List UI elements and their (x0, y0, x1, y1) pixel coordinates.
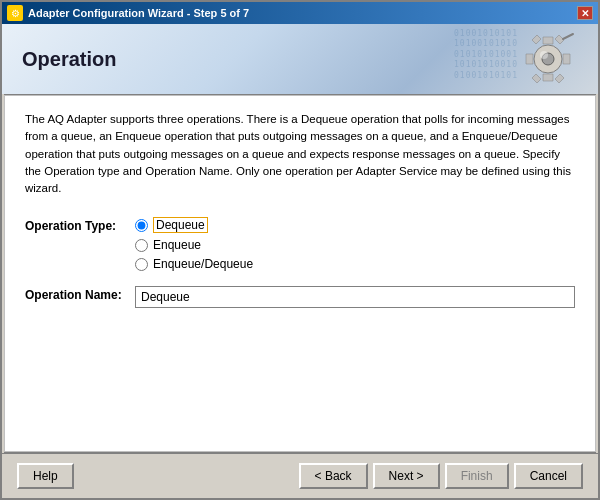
radio-enqueue-input[interactable] (135, 239, 148, 252)
operation-name-input[interactable] (135, 286, 575, 308)
header-banner: Operation 010010101011010010101001010101… (2, 24, 598, 94)
footer-right: < Back Next > Finish Cancel (299, 463, 583, 489)
main-content: The AQ Adapter supports three operations… (4, 95, 596, 452)
operation-type-label: Operation Type: (25, 217, 135, 233)
operation-name-label: Operation Name: (25, 286, 135, 302)
help-button[interactable]: Help (17, 463, 74, 489)
svg-line-3 (563, 34, 573, 39)
svg-point-2 (540, 51, 548, 59)
title-bar: ⚙ Adapter Configuration Wizard - Step 5 … (2, 2, 598, 24)
radio-enqueue-dequeue[interactable]: Enqueue/Dequeue (135, 257, 575, 271)
footer: Help < Back Next > Finish Cancel (2, 453, 598, 498)
header-pattern: 0100101010110100101010010101010011010101… (454, 29, 518, 81)
radio-enqueue-label: Enqueue (153, 238, 201, 252)
finish-button: Finish (445, 463, 509, 489)
header-gear-icon (518, 29, 578, 89)
title-bar-left: ⚙ Adapter Configuration Wizard - Step 5 … (7, 5, 249, 21)
operation-name-row: Operation Name: (25, 286, 575, 308)
window-icon: ⚙ (7, 5, 23, 21)
close-button[interactable]: ✕ (577, 6, 593, 20)
radio-dequeue-label: Dequeue (153, 217, 208, 233)
cancel-button[interactable]: Cancel (514, 463, 583, 489)
page-title: Operation (22, 48, 116, 71)
radio-dequeue[interactable]: Dequeue (135, 217, 575, 233)
radio-enqueue-dequeue-input[interactable] (135, 258, 148, 271)
radio-enqueue[interactable]: Enqueue (135, 238, 575, 252)
operation-type-row: Operation Type: Dequeue Enqueue Enqueue/… (25, 217, 575, 271)
window-title: Adapter Configuration Wizard - Step 5 of… (28, 7, 249, 19)
back-button[interactable]: < Back (299, 463, 368, 489)
operation-type-controls: Dequeue Enqueue Enqueue/Dequeue (135, 217, 575, 271)
description-text: The AQ Adapter supports three operations… (25, 111, 575, 197)
radio-dequeue-input[interactable] (135, 219, 148, 232)
operation-name-controls (135, 286, 575, 308)
footer-left: Help (17, 463, 74, 489)
radio-enqueue-dequeue-label: Enqueue/Dequeue (153, 257, 253, 271)
main-window: ⚙ Adapter Configuration Wizard - Step 5 … (0, 0, 600, 500)
next-button[interactable]: Next > (373, 463, 440, 489)
